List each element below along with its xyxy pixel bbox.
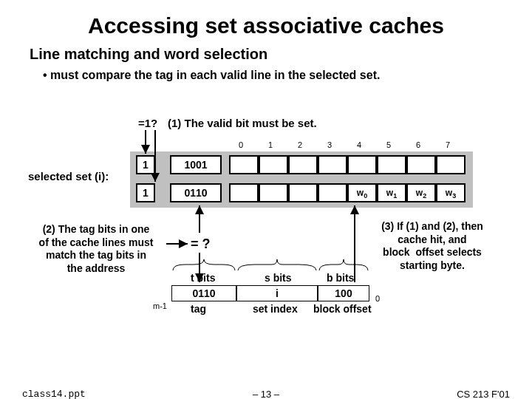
valid-check-label: =1? xyxy=(138,117,157,129)
line1-b1 xyxy=(259,183,288,202)
compare-label: = ? xyxy=(191,236,211,252)
line0-b6 xyxy=(406,155,436,174)
line1-b2 xyxy=(288,183,318,202)
addr-tag: 0110 xyxy=(171,285,236,301)
step3-label: (3) If (1) and (2), thencache hit, andbl… xyxy=(355,220,510,272)
line1-b6: w2 xyxy=(406,183,436,202)
page-title: Accessing set associative caches xyxy=(0,13,532,38)
line0-tag: 1001 xyxy=(170,155,222,174)
addr-set: i xyxy=(236,285,318,301)
s-bits-label: s bits xyxy=(265,272,292,284)
block-offset-label: block offset xyxy=(313,303,372,315)
byte-idx-6: 6 xyxy=(416,140,420,149)
bullet-point: must compare the tag in each valid line … xyxy=(43,69,532,82)
line0-b0 xyxy=(229,155,259,174)
byte-idx-1: 1 xyxy=(268,140,273,149)
addr-block: 100 xyxy=(318,285,369,301)
line1-tag: 0110 xyxy=(170,183,222,202)
byte-idx-5: 5 xyxy=(386,140,391,149)
selected-set-label: selected set (i): xyxy=(28,170,109,183)
footer-page: – 13 – xyxy=(0,389,532,399)
line0-valid: 1 xyxy=(136,155,155,174)
line1-b7: w3 xyxy=(436,183,466,202)
byte-idx-2: 2 xyxy=(298,140,302,149)
line0-b1 xyxy=(259,155,288,174)
line1-b4: w0 xyxy=(347,183,377,202)
line1-b5: w1 xyxy=(377,183,406,202)
t-bits-label: t bits xyxy=(191,272,215,284)
footer-course: CS 213 F'01 xyxy=(457,389,510,399)
line1-valid: 1 xyxy=(136,183,155,202)
m-minus-1-label: m-1 xyxy=(153,301,167,310)
line0-b3 xyxy=(318,155,347,174)
set-index-label: set index xyxy=(253,303,298,315)
b-bits-label: b bits xyxy=(327,272,354,284)
line1-b0 xyxy=(229,183,259,202)
line0-b4 xyxy=(347,155,377,174)
step1-label: (1) The valid bit must be set. xyxy=(168,117,317,129)
byte-idx-7: 7 xyxy=(446,140,450,149)
byte-idx-4: 4 xyxy=(357,140,361,149)
line1-b3 xyxy=(318,183,347,202)
subtitle: Line matching and word selection xyxy=(30,46,532,63)
line0-b5 xyxy=(377,155,406,174)
byte-idx-3: 3 xyxy=(327,140,332,149)
line0-b7 xyxy=(436,155,466,174)
tag-field-label: tag xyxy=(191,303,206,315)
diagram: =1? (1) The valid bit must be set. 0 1 2… xyxy=(0,111,532,340)
step2-label: (2) The tag bits in oneof the cache line… xyxy=(22,223,170,275)
byte-idx-0: 0 xyxy=(239,140,243,149)
line0-b2 xyxy=(288,155,318,174)
zero-label: 0 xyxy=(375,294,380,303)
